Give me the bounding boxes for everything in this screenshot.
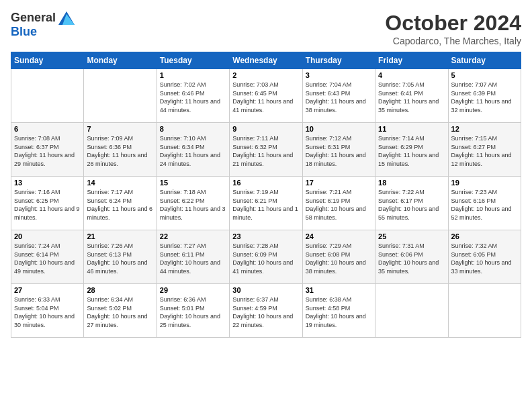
calendar-cell: 20Sunrise: 7:24 AM Sunset: 6:14 PM Dayli…	[11, 230, 84, 284]
day-number: 16	[232, 179, 299, 187]
day-number: 3	[306, 71, 372, 79]
day-number: 22	[160, 232, 226, 240]
calendar-cell: 23Sunrise: 7:28 AM Sunset: 6:09 PM Dayli…	[230, 230, 302, 284]
day-number: 10	[306, 125, 372, 133]
day-info: Sunrise: 7:04 AM Sunset: 6:43 PM Dayligh…	[306, 81, 372, 114]
day-number: 23	[232, 232, 299, 240]
day-info: Sunrise: 6:38 AM Sunset: 4:58 PM Dayligh…	[306, 295, 372, 329]
header-row: SundayMondayTuesdayWednesdayThursdayFrid…	[11, 52, 521, 69]
day-info: Sunrise: 7:03 AM Sunset: 6:45 PM Dayligh…	[232, 81, 299, 114]
day-info: Sunrise: 7:15 AM Sunset: 6:27 PM Dayligh…	[451, 134, 518, 168]
day-info: Sunrise: 7:27 AM Sunset: 6:11 PM Dayligh…	[160, 242, 226, 275]
calendar-cell: 27Sunrise: 6:33 AM Sunset: 5:04 PM Dayli…	[11, 284, 84, 338]
calendar-cell	[375, 284, 448, 338]
calendar-cell	[448, 284, 521, 338]
calendar-cell: 8Sunrise: 7:10 AM Sunset: 6:34 PM Daylig…	[157, 123, 229, 177]
day-number: 11	[378, 125, 445, 133]
header-cell-thursday: Thursday	[302, 52, 375, 69]
day-number: 5	[451, 71, 518, 79]
day-info: Sunrise: 6:33 AM Sunset: 5:04 PM Dayligh…	[14, 295, 81, 329]
location-title: Capodarco, The Marches, Italy	[385, 36, 521, 46]
day-number: 4	[378, 71, 445, 79]
title-block: October 2024 Capodarco, The Marches, Ita…	[385, 11, 521, 46]
calendar-cell: 12Sunrise: 7:15 AM Sunset: 6:27 PM Dayli…	[448, 123, 521, 177]
month-title: October 2024	[385, 11, 521, 36]
calendar-cell: 11Sunrise: 7:14 AM Sunset: 6:29 PM Dayli…	[375, 123, 448, 177]
header-cell-sunday: Sunday	[11, 52, 84, 69]
day-info: Sunrise: 7:14 AM Sunset: 6:29 PM Dayligh…	[378, 134, 445, 168]
day-info: Sunrise: 7:16 AM Sunset: 6:25 PM Dayligh…	[14, 188, 81, 222]
calendar-cell: 19Sunrise: 7:23 AM Sunset: 6:16 PM Dayli…	[448, 177, 521, 230]
day-number: 27	[14, 286, 81, 294]
day-info: Sunrise: 7:09 AM Sunset: 6:36 PM Dayligh…	[87, 134, 153, 168]
day-info: Sunrise: 7:29 AM Sunset: 6:08 PM Dayligh…	[306, 242, 372, 275]
calendar-week-1: 1Sunrise: 7:02 AM Sunset: 6:46 PM Daylig…	[11, 69, 521, 123]
day-info: Sunrise: 7:19 AM Sunset: 6:21 PM Dayligh…	[232, 188, 299, 222]
day-info: Sunrise: 7:17 AM Sunset: 6:24 PM Dayligh…	[87, 188, 153, 222]
day-number: 21	[87, 232, 153, 240]
calendar-cell: 6Sunrise: 7:08 AM Sunset: 6:37 PM Daylig…	[11, 123, 84, 177]
day-info: Sunrise: 7:18 AM Sunset: 6:22 PM Dayligh…	[160, 188, 226, 222]
day-number: 7	[87, 125, 153, 133]
calendar-week-5: 27Sunrise: 6:33 AM Sunset: 5:04 PM Dayli…	[11, 284, 521, 338]
day-number: 14	[87, 179, 153, 187]
logo-blue-text: Blue	[11, 25, 37, 39]
calendar-week-3: 13Sunrise: 7:16 AM Sunset: 6:25 PM Dayli…	[11, 177, 521, 230]
calendar-cell	[84, 69, 157, 123]
calendar-cell: 1Sunrise: 7:02 AM Sunset: 6:46 PM Daylig…	[157, 69, 229, 123]
calendar-cell: 13Sunrise: 7:16 AM Sunset: 6:25 PM Dayli…	[11, 177, 84, 230]
calendar-cell: 26Sunrise: 7:32 AM Sunset: 6:05 PM Dayli…	[448, 230, 521, 284]
calendar-cell: 21Sunrise: 7:26 AM Sunset: 6:13 PM Dayli…	[84, 230, 157, 284]
day-info: Sunrise: 7:26 AM Sunset: 6:13 PM Dayligh…	[87, 242, 153, 275]
calendar-cell: 30Sunrise: 6:37 AM Sunset: 4:59 PM Dayli…	[230, 284, 302, 338]
header-cell-saturday: Saturday	[448, 52, 521, 69]
day-number: 9	[232, 125, 299, 133]
calendar-cell: 16Sunrise: 7:19 AM Sunset: 6:21 PM Dayli…	[230, 177, 302, 230]
day-number: 2	[232, 71, 299, 79]
day-number: 24	[306, 232, 372, 240]
calendar-cell: 2Sunrise: 7:03 AM Sunset: 6:45 PM Daylig…	[230, 69, 302, 123]
day-info: Sunrise: 7:10 AM Sunset: 6:34 PM Dayligh…	[160, 134, 226, 168]
page-header: General Blue October 2024 Capodarco, The…	[11, 11, 521, 46]
day-info: Sunrise: 7:31 AM Sunset: 6:06 PM Dayligh…	[378, 242, 445, 275]
logo: General Blue	[11, 11, 75, 39]
day-info: Sunrise: 6:37 AM Sunset: 4:59 PM Dayligh…	[232, 295, 299, 329]
day-number: 30	[232, 286, 299, 294]
logo-general-text: General	[11, 11, 56, 25]
day-number: 25	[378, 232, 445, 240]
calendar-cell: 25Sunrise: 7:31 AM Sunset: 6:06 PM Dayli…	[375, 230, 448, 284]
day-info: Sunrise: 6:34 AM Sunset: 5:02 PM Dayligh…	[87, 295, 153, 329]
day-info: Sunrise: 7:12 AM Sunset: 6:31 PM Dayligh…	[306, 134, 372, 168]
day-info: Sunrise: 7:08 AM Sunset: 6:37 PM Dayligh…	[14, 134, 81, 168]
calendar-week-2: 6Sunrise: 7:08 AM Sunset: 6:37 PM Daylig…	[11, 123, 521, 177]
calendar-cell: 22Sunrise: 7:27 AM Sunset: 6:11 PM Dayli…	[157, 230, 229, 284]
calendar-cell: 10Sunrise: 7:12 AM Sunset: 6:31 PM Dayli…	[302, 123, 375, 177]
calendar-cell: 14Sunrise: 7:17 AM Sunset: 6:24 PM Dayli…	[84, 177, 157, 230]
day-number: 17	[306, 179, 372, 187]
calendar-cell: 3Sunrise: 7:04 AM Sunset: 6:43 PM Daylig…	[302, 69, 375, 123]
calendar-cell: 24Sunrise: 7:29 AM Sunset: 6:08 PM Dayli…	[302, 230, 375, 284]
day-number: 13	[14, 179, 81, 187]
day-number: 28	[87, 286, 153, 294]
header-cell-tuesday: Tuesday	[157, 52, 229, 69]
day-number: 12	[451, 125, 518, 133]
calendar-week-4: 20Sunrise: 7:24 AM Sunset: 6:14 PM Dayli…	[11, 230, 521, 284]
calendar-cell: 18Sunrise: 7:22 AM Sunset: 6:17 PM Dayli…	[375, 177, 448, 230]
logo-icon	[58, 11, 75, 25]
calendar-cell: 5Sunrise: 7:07 AM Sunset: 6:39 PM Daylig…	[448, 69, 521, 123]
calendar-table: SundayMondayTuesdayWednesdayThursdayFrid…	[11, 52, 521, 338]
day-number: 20	[14, 232, 81, 240]
day-info: Sunrise: 7:22 AM Sunset: 6:17 PM Dayligh…	[378, 188, 445, 222]
day-number: 6	[14, 125, 81, 133]
day-number: 15	[160, 179, 226, 187]
day-number: 26	[451, 232, 518, 240]
calendar-cell: 7Sunrise: 7:09 AM Sunset: 6:36 PM Daylig…	[84, 123, 157, 177]
header-cell-friday: Friday	[375, 52, 448, 69]
day-info: Sunrise: 6:36 AM Sunset: 5:01 PM Dayligh…	[160, 295, 226, 329]
day-info: Sunrise: 7:05 AM Sunset: 6:41 PM Dayligh…	[378, 81, 445, 114]
header-cell-wednesday: Wednesday	[230, 52, 302, 69]
day-info: Sunrise: 7:32 AM Sunset: 6:05 PM Dayligh…	[451, 242, 518, 275]
calendar-cell: 9Sunrise: 7:11 AM Sunset: 6:32 PM Daylig…	[230, 123, 302, 177]
day-number: 19	[451, 179, 518, 187]
day-number: 29	[160, 286, 226, 294]
